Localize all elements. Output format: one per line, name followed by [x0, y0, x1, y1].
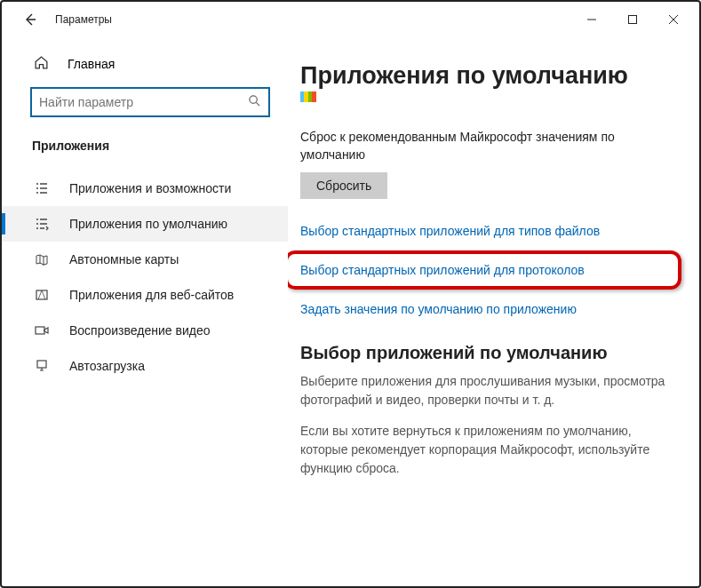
nav-label: Приложения и возможности: [69, 181, 231, 195]
svg-line-5: [256, 102, 259, 106]
arrow-left-icon: [23, 12, 37, 27]
link-default-by-protocol[interactable]: Выбор стандартных приложений для протоко…: [288, 250, 681, 290]
svg-rect-7: [36, 327, 44, 334]
nav-label: Приложения для веб-сайтов: [69, 288, 234, 302]
minimize-button[interactable]: [571, 5, 612, 34]
nav-label: Автозагрузка: [69, 359, 145, 373]
website-icon: [34, 288, 50, 302]
startup-icon: [34, 359, 50, 373]
link-default-by-filetype[interactable]: Выбор стандартных приложений для типов ф…: [300, 224, 674, 238]
sidebar-item-offline-maps[interactable]: Автономные карты: [2, 242, 288, 277]
titlebar: Параметры: [2, 2, 699, 37]
nav-label: Приложения по умолчанию: [69, 217, 227, 231]
sidebar-item-default-apps[interactable]: Приложения по умолчанию: [2, 206, 288, 242]
back-button[interactable]: [20, 9, 41, 30]
reset-button[interactable]: Сбросить: [300, 172, 387, 199]
home-nav[interactable]: Главная: [2, 48, 288, 80]
sidebar-item-apps-features[interactable]: Приложения и возможности: [2, 171, 288, 206]
section-subtitle: Выбор приложений по умолчанию: [300, 343, 674, 363]
window-controls: [571, 5, 694, 34]
nav-label: Автономные карты: [69, 252, 179, 266]
video-icon: [34, 323, 50, 338]
defaults-icon: [34, 217, 50, 231]
sidebar: Главная Приложения Приложения и возможно…: [2, 37, 288, 586]
search-input[interactable]: [39, 95, 248, 109]
svg-rect-6: [36, 290, 47, 299]
map-icon: [34, 252, 50, 266]
sidebar-section-header: Приложения: [2, 130, 288, 162]
sidebar-item-apps-websites[interactable]: Приложения для веб-сайтов: [2, 277, 288, 313]
search-input-wrap[interactable]: [30, 87, 270, 117]
app-tile-icon: [300, 91, 316, 102]
home-label: Главная: [68, 57, 115, 71]
help-text-1: Выберите приложения для прослушивания му…: [300, 372, 674, 409]
svg-point-4: [250, 95, 257, 102]
reset-description: Сброс к рекомендованным Майкрософт значе…: [300, 129, 674, 163]
search-icon: [248, 94, 261, 111]
maximize-button[interactable]: [612, 5, 653, 34]
sidebar-item-startup[interactable]: Автозагрузка: [2, 348, 288, 384]
home-icon: [34, 55, 50, 73]
nav-label: Воспроизведение видео: [69, 323, 210, 338]
page-title: Приложения по умолчанию: [300, 62, 674, 90]
list-icon: [34, 181, 50, 195]
help-text-2: Если вы хотите вернуться к приложениям п…: [300, 422, 674, 478]
svg-rect-8: [37, 361, 46, 368]
window-title: Параметры: [55, 13, 571, 26]
svg-rect-1: [629, 16, 637, 24]
main-content: Приложения по умолчанию Сброс к рекоменд…: [288, 37, 699, 586]
sidebar-item-video-playback[interactable]: Воспроизведение видео: [2, 313, 288, 348]
link-default-by-app[interactable]: Задать значения по умолчанию по приложен…: [300, 302, 674, 316]
close-button[interactable]: [653, 5, 694, 34]
